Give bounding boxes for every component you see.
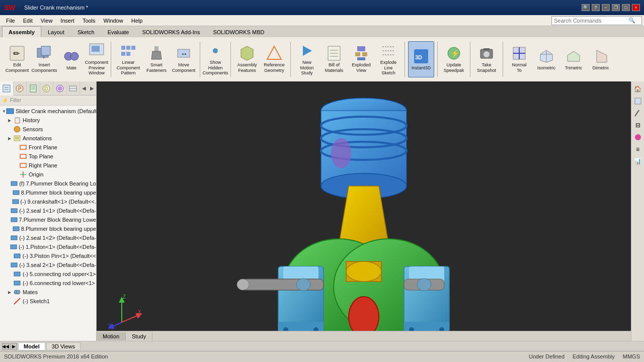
right-edit-icon[interactable] xyxy=(632,108,643,119)
menu-window[interactable]: Window xyxy=(100,17,127,25)
exploded-view-label: ExplodedView xyxy=(352,62,371,73)
tree-item-part7-lower[interactable]: 7.Plummer Block Bearing Lowe xyxy=(0,215,96,224)
mate-icon xyxy=(63,48,79,64)
menu-file[interactable]: File xyxy=(2,17,19,25)
insert-components-button[interactable]: + InsertComponents xyxy=(31,41,57,77)
right-display-icon[interactable]: ≡ xyxy=(632,144,643,155)
right-stats-icon[interactable]: 📊 xyxy=(632,156,643,167)
appearances-tab[interactable] xyxy=(53,81,67,96)
bill-materials-button[interactable]: Bill ofMaterials xyxy=(321,41,347,77)
separator-4 xyxy=(290,42,291,77)
move-component-button[interactable]: ↔ MoveComponent xyxy=(171,41,197,77)
top-plane-icon xyxy=(19,152,27,160)
tree-item-mates[interactable]: ▶ Mates xyxy=(0,288,96,297)
exploded-view-button[interactable]: ExplodedView xyxy=(348,41,374,77)
tab-solidworks-addins[interactable]: SOLIDWORKS Add-Ins xyxy=(135,26,206,37)
dimetric-button[interactable]: Dimetric xyxy=(588,41,614,77)
tree-item-part8-plummer-upper[interactable]: 8.Plummer block bearing uppe xyxy=(0,188,96,197)
tab-solidworks-mbd[interactable]: SOLIDWORKS MBD xyxy=(206,26,271,37)
menu-view[interactable]: View xyxy=(37,17,57,25)
bottom-scroll-next[interactable]: ▶ xyxy=(10,343,17,350)
show-hidden-icon xyxy=(207,43,223,59)
panel-next-button[interactable]: ▶ xyxy=(88,84,96,93)
feature-tree-tab[interactable] xyxy=(0,81,14,96)
search-commands-input[interactable] xyxy=(552,18,627,24)
close-button[interactable]: × xyxy=(632,4,640,11)
property-manager-tab[interactable]: P xyxy=(14,81,27,96)
help-button[interactable]: ? xyxy=(592,4,600,11)
study-tab[interactable]: Study xyxy=(126,332,152,340)
menu-insert[interactable]: Insert xyxy=(56,17,78,25)
minimize-button[interactable]: − xyxy=(602,4,610,11)
display-pane-tab[interactable] xyxy=(67,81,80,96)
edit-component-button[interactable]: ✏ EditComponent xyxy=(4,41,30,77)
tab-evaluate[interactable]: Evaluate xyxy=(101,26,136,37)
menu-edit[interactable]: Edit xyxy=(19,17,37,25)
tree-conn-lower-label: (-) 6.connecting rod lower<1> xyxy=(23,280,95,286)
tab-layout[interactable]: Layout xyxy=(41,26,71,37)
svg-point-131 xyxy=(635,134,641,140)
right-subtract-icon[interactable]: ⊟ xyxy=(632,120,643,131)
assembly-features-button[interactable]: AssemblyFeatures xyxy=(234,41,260,77)
reference-geometry-button[interactable]: ReferenceGeometry xyxy=(261,41,287,77)
bottom-scroll-prev[interactable]: ◀◀ xyxy=(2,343,9,350)
svg-line-89 xyxy=(14,298,20,304)
right-part-icon[interactable] xyxy=(632,96,643,107)
tab-3d-views[interactable]: 3D Views xyxy=(46,342,80,350)
tree-item-front-plane[interactable]: Front Plane xyxy=(0,143,96,152)
new-motion-study-button[interactable]: NewMotionStudy xyxy=(294,41,320,77)
3d-viewport[interactable]: Z X Y Motion Study xyxy=(97,81,631,341)
maximize-button[interactable]: □ xyxy=(622,4,630,11)
tree-item-piston[interactable]: (-) 1.Piston<1> (Default<<Defa- xyxy=(0,242,96,251)
tree-item-sensors[interactable]: Sensors xyxy=(0,125,96,134)
feature-tree-panel: P D ◀ ▶ ⚡ Filter xyxy=(0,81,97,341)
linear-component-button[interactable]: Linear ComponentPattern xyxy=(114,41,142,77)
show-hidden-button[interactable]: ShowHiddenComponents xyxy=(203,41,227,77)
trimetric-button[interactable]: Trimetric xyxy=(560,41,587,77)
search-commands-icon[interactable]: 🔍 xyxy=(627,17,636,24)
update-speedpak-button[interactable]: ⚡ UpdateSpeedpak xyxy=(441,41,467,77)
tree-item-sketch1[interactable]: (-) Sketch1 xyxy=(0,297,96,306)
restore-button[interactable]: ❐ xyxy=(612,4,620,11)
tab-sketch[interactable]: Sketch xyxy=(71,26,101,37)
tree-item-history[interactable]: ▶ 📋 History xyxy=(0,116,96,125)
titlebar-controls[interactable]: 🔍 ? − ❐ □ × xyxy=(582,4,640,11)
normal-to-button[interactable]: NormalTo xyxy=(506,41,532,77)
tab-assembly[interactable]: Assembly xyxy=(2,26,41,37)
sensors-icon xyxy=(13,125,21,133)
motion-tab[interactable]: Motion xyxy=(97,332,126,340)
tree-sensors-label: Sensors xyxy=(23,126,43,132)
tree-item-piston-pin[interactable]: (-) 3.Piston Pin<1> (Default<< xyxy=(0,251,96,260)
right-home-icon[interactable]: 🏠 xyxy=(632,83,643,95)
tree-item-crankshaft[interactable]: (-) 9.crankshaft<1> (Default<<. xyxy=(0,197,96,206)
search-icon[interactable]: 🔍 xyxy=(582,4,590,11)
tree-item-origin[interactable]: Origin xyxy=(0,170,96,179)
take-snapshot-button[interactable]: TakeSnapshot xyxy=(473,41,500,77)
component-preview-button[interactable]: ComponentPreviewWindow xyxy=(86,41,108,77)
tree-root-item[interactable]: ▼ Slider Crank mechanism (Default xyxy=(0,107,96,116)
tree-annotations-label: Annotations xyxy=(23,135,52,141)
isometric-button[interactable]: Isometric xyxy=(533,41,559,77)
mate-button[interactable]: Mate xyxy=(58,41,85,77)
dimension-expert-tab[interactable]: D xyxy=(40,81,54,96)
tree-item-seal3[interactable]: (-) 3.seal 2<1> (Default<<Defa- xyxy=(0,260,96,269)
tree-item-top-plane[interactable]: Top Plane xyxy=(0,152,96,161)
tab-model[interactable]: Model xyxy=(18,342,45,350)
tree-item-seal2[interactable]: (-) 2.seal 1<2> (Default<<Defa- xyxy=(0,233,96,242)
configuration-manager-tab[interactable] xyxy=(27,81,40,96)
tree-item-seal1[interactable]: (-) 2.seal 1<1> (Default<<Defa- xyxy=(0,206,96,215)
menu-tools[interactable]: Tools xyxy=(78,17,100,25)
explode-line-button[interactable]: ExplodeLineSketch xyxy=(375,41,401,77)
right-appearance-icon[interactable] xyxy=(632,132,643,143)
instant3d-button[interactable]: 3D Instant3D xyxy=(408,41,434,77)
tree-item-conn-lower[interactable]: (-) 6.connecting rod lower<1> xyxy=(0,279,96,288)
tree-item-conn-upper[interactable]: (-) 5.connecting rod upper<1> xyxy=(0,269,96,279)
svg-rect-67 xyxy=(14,136,20,141)
menu-help[interactable]: Help xyxy=(127,17,147,25)
smart-fasteners-button[interactable]: SmartFasteners xyxy=(143,41,170,77)
panel-prev-button[interactable]: ◀ xyxy=(80,84,88,93)
tree-item-part7-plummer-upper[interactable]: (f) 7.Plummer Block Bearing Lo xyxy=(0,179,96,188)
tree-item-part8-lower[interactable]: 8.Plummer block bearing uppe xyxy=(0,224,96,233)
tree-item-annotations[interactable]: ▶ Annotations xyxy=(0,134,96,143)
tree-item-right-plane[interactable]: Right Plane xyxy=(0,161,96,170)
